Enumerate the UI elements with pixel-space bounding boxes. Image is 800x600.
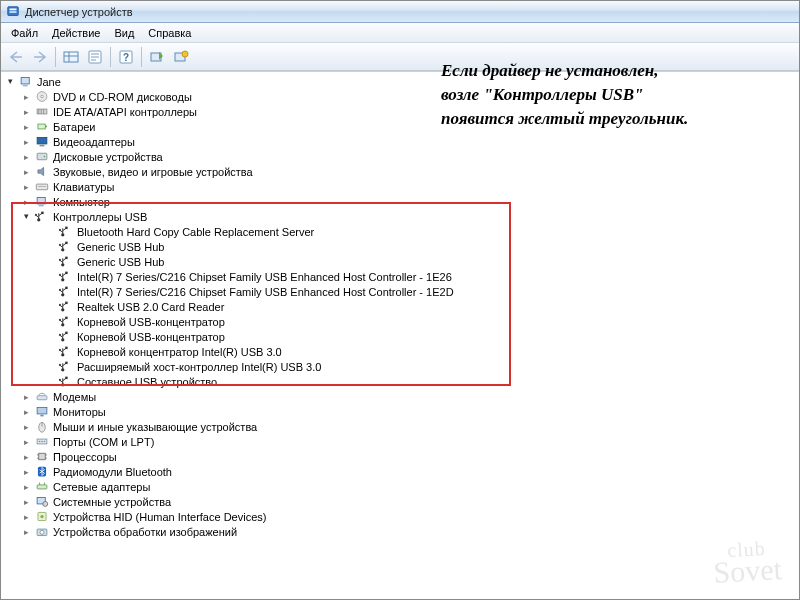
tree-item-cat-8-child-0[interactable]: Bluetooth Hard Copy Cable Replacement Se… bbox=[5, 224, 799, 239]
usb-icon bbox=[58, 285, 74, 299]
tree-item-label: Устройства HID (Human Interface Devices) bbox=[53, 510, 266, 524]
tree-item-cat-8-child-3[interactable]: Intel(R) 7 Series/C216 Chipset Family US… bbox=[5, 269, 799, 284]
tree-item-cat-14[interactable]: Радиомодули Bluetooth bbox=[5, 464, 799, 479]
tree-twisty[interactable] bbox=[21, 511, 32, 522]
tree-twisty[interactable] bbox=[21, 91, 32, 102]
tree-item-cat-12[interactable]: Порты (COM и LPT) bbox=[5, 434, 799, 449]
svg-point-76 bbox=[41, 441, 43, 443]
show-hidden-button[interactable] bbox=[60, 46, 82, 68]
svg-rect-61 bbox=[65, 347, 67, 349]
tree-twisty[interactable] bbox=[5, 76, 16, 87]
tree-twisty[interactable] bbox=[21, 466, 32, 477]
svg-rect-71 bbox=[40, 415, 43, 417]
menubar: Файл Действие Вид Справка bbox=[1, 23, 799, 43]
tree-item-label: Мониторы bbox=[53, 405, 106, 419]
tree-item-label: Процессоры bbox=[53, 450, 117, 464]
menu-help[interactable]: Справка bbox=[142, 25, 197, 41]
tree-twisty[interactable] bbox=[21, 151, 32, 162]
tree-item-cat-8-child-10[interactable]: Составное USB устройство bbox=[5, 374, 799, 389]
usb-icon bbox=[58, 225, 74, 239]
tree-item-label: Звуковые, видео и игровые устройства bbox=[53, 165, 253, 179]
tree-item-cat-8-child-6[interactable]: Корневой USB-концентратор bbox=[5, 314, 799, 329]
tree-item-label: Bluetooth Hard Copy Cable Replacement Se… bbox=[77, 225, 314, 239]
disk-icon bbox=[34, 150, 50, 164]
tree-item-label: Дисковые устройства bbox=[53, 150, 163, 164]
tree-item-cat-9[interactable]: Модемы bbox=[5, 389, 799, 404]
svg-rect-32 bbox=[39, 205, 44, 207]
tree-item-label: Компьютер bbox=[53, 195, 110, 209]
svg-rect-25 bbox=[37, 137, 47, 144]
network-icon bbox=[34, 480, 50, 494]
tree-item-cat-3[interactable]: Видеоадаптеры bbox=[5, 134, 799, 149]
back-button[interactable] bbox=[5, 46, 27, 68]
properties-button[interactable] bbox=[84, 46, 106, 68]
tree-twisty[interactable] bbox=[21, 136, 32, 147]
tree-item-cat-8-child-5[interactable]: Realtek USB 2.0 Card Reader bbox=[5, 299, 799, 314]
tree-twisty[interactable] bbox=[21, 436, 32, 447]
tree-item-label: Intel(R) 7 Series/C216 Chipset Family US… bbox=[77, 270, 452, 284]
tree-twisty[interactable] bbox=[21, 181, 32, 192]
tree-twisty[interactable] bbox=[21, 211, 32, 222]
tree-item-cat-5[interactable]: Звуковые, видео и игровые устройства bbox=[5, 164, 799, 179]
tree-item-label: Расширяемый хост-контроллер Intel(R) USB… bbox=[77, 360, 321, 374]
tree-item-cat-8[interactable]: Контроллеры USB bbox=[5, 209, 799, 224]
usb-icon bbox=[58, 345, 74, 359]
svg-rect-43 bbox=[65, 257, 67, 259]
tree-twisty[interactable] bbox=[21, 391, 32, 402]
annotation-line: возле "Контроллеры USB" bbox=[441, 83, 781, 107]
svg-rect-49 bbox=[65, 287, 67, 289]
tree-item-label: IDE ATA/ATAPI контроллеры bbox=[53, 105, 197, 119]
svg-rect-69 bbox=[37, 396, 47, 400]
tree-twisty[interactable] bbox=[21, 496, 32, 507]
svg-rect-84 bbox=[37, 485, 47, 489]
tree-item-label: Мыши и иные указывающие устройства bbox=[53, 420, 257, 434]
ide-icon bbox=[34, 105, 50, 119]
hid-icon bbox=[34, 510, 50, 524]
update-driver-button[interactable] bbox=[170, 46, 192, 68]
tree-item-cat-8-child-9[interactable]: Расширяемый хост-контроллер Intel(R) USB… bbox=[5, 359, 799, 374]
help-button[interactable]: ? bbox=[115, 46, 137, 68]
sound-icon bbox=[34, 165, 50, 179]
tree-item-label: Батареи bbox=[53, 120, 96, 134]
tree-twisty[interactable] bbox=[21, 166, 32, 177]
tree-item-cat-8-child-2[interactable]: Generic USB Hub bbox=[5, 254, 799, 269]
tree-item-label: Intel(R) 7 Series/C216 Chipset Family US… bbox=[77, 285, 454, 299]
tree-twisty[interactable] bbox=[21, 106, 32, 117]
tree-twisty[interactable] bbox=[21, 421, 32, 432]
tree-item-cat-18[interactable]: Устройства обработки изображений bbox=[5, 524, 799, 539]
tree-item-cat-4[interactable]: Дисковые устройства bbox=[5, 149, 799, 164]
tree-twisty[interactable] bbox=[21, 121, 32, 132]
tree-item-cat-15[interactable]: Сетевые адаптеры bbox=[5, 479, 799, 494]
menu-action[interactable]: Действие bbox=[46, 25, 106, 41]
device-tree: JaneDVD и CD-ROM дисководыIDE ATA/ATAPI … bbox=[1, 71, 799, 599]
tree-item-label: Составное USB устройство bbox=[77, 375, 217, 389]
tree-item-cat-11[interactable]: Мыши и иные указывающие устройства bbox=[5, 419, 799, 434]
tree-item-label: Корневой USB-концентратор bbox=[77, 315, 225, 329]
tree-item-cat-13[interactable]: Процессоры bbox=[5, 449, 799, 464]
tree-item-cat-7[interactable]: Компьютер bbox=[5, 194, 799, 209]
svg-rect-40 bbox=[65, 242, 67, 244]
tree-item-cat-8-child-8[interactable]: Корневой концентратор Intel(R) USB 3.0 bbox=[5, 344, 799, 359]
tree-item-label: Модемы bbox=[53, 390, 96, 404]
tree-item-cat-10[interactable]: Мониторы bbox=[5, 404, 799, 419]
tree-twisty[interactable] bbox=[21, 526, 32, 537]
tree-item-cat-17[interactable]: Устройства HID (Human Interface Devices) bbox=[5, 509, 799, 524]
tree-item-cat-8-child-4[interactable]: Intel(R) 7 Series/C216 Chipset Family US… bbox=[5, 284, 799, 299]
tree-item-cat-8-child-7[interactable]: Корневой USB-концентратор bbox=[5, 329, 799, 344]
menu-view[interactable]: Вид bbox=[108, 25, 140, 41]
tree-item-cat-6[interactable]: Клавиатуры bbox=[5, 179, 799, 194]
tree-twisty[interactable] bbox=[21, 481, 32, 492]
tree-twisty[interactable] bbox=[21, 196, 32, 207]
tree-twisty[interactable] bbox=[21, 451, 32, 462]
menu-file[interactable]: Файл bbox=[5, 25, 44, 41]
scan-button[interactable] bbox=[146, 46, 168, 68]
tree-item-cat-8-child-1[interactable]: Generic USB Hub bbox=[5, 239, 799, 254]
usb-icon bbox=[58, 300, 74, 314]
svg-rect-16 bbox=[23, 85, 28, 87]
tree-twisty[interactable] bbox=[21, 406, 32, 417]
usb-icon bbox=[58, 375, 74, 389]
tree-item-cat-16[interactable]: Системные устройства bbox=[5, 494, 799, 509]
svg-rect-70 bbox=[37, 407, 47, 414]
cpu-icon bbox=[34, 450, 50, 464]
forward-button[interactable] bbox=[29, 46, 51, 68]
